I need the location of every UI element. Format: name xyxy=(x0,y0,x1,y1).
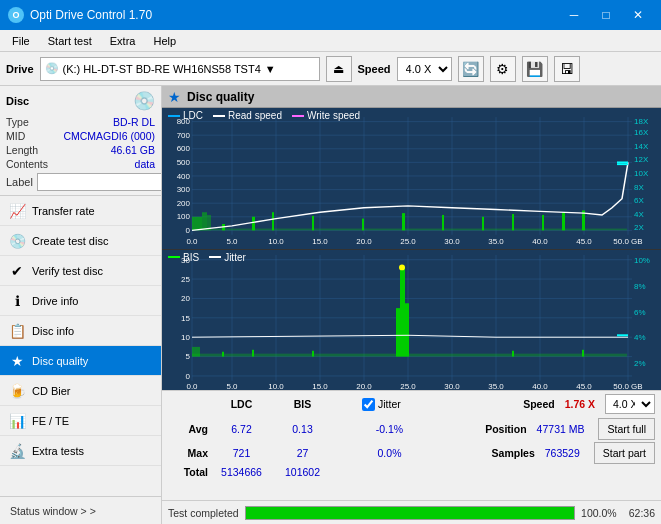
settings-button[interactable]: ⚙ xyxy=(490,56,516,82)
chart1-legend: LDC Read speed Write speed xyxy=(168,110,360,121)
svg-text:5.0: 5.0 xyxy=(226,381,238,390)
status-window-button[interactable]: Status window > > xyxy=(6,503,100,519)
svg-text:0.0: 0.0 xyxy=(186,381,198,390)
svg-text:8%: 8% xyxy=(634,281,646,290)
fe-te-icon: 📊 xyxy=(8,413,26,429)
svg-rect-115 xyxy=(252,349,254,356)
sidebar-nav: 📈 Transfer rate 💿 Create test disc ✔ Ver… xyxy=(0,196,161,496)
svg-text:50.0 GB: 50.0 GB xyxy=(613,381,642,390)
status-bar: Status window > > xyxy=(0,496,161,524)
legend-bis-label: BIS xyxy=(183,252,199,263)
progress-bar-fill xyxy=(246,507,574,519)
contents-label: Contents xyxy=(6,158,48,170)
drive-select[interactable]: 💿 (K:) HL-DT-ST BD-RE WH16NS58 TST4 ▼ xyxy=(40,57,320,81)
length-label: Length xyxy=(6,144,38,156)
menu-extra[interactable]: Extra xyxy=(102,33,144,49)
position-value: 47731 MB xyxy=(537,423,585,435)
chevron-down-icon: ▼ xyxy=(265,63,276,75)
svg-rect-114 xyxy=(222,351,224,356)
start-full-button[interactable]: Start full xyxy=(598,418,655,440)
svg-rect-64 xyxy=(202,212,207,230)
sidebar-item-cd-bier[interactable]: 🍺 CD Bier xyxy=(0,376,161,406)
status-window-label: Status window > > xyxy=(10,505,96,517)
svg-text:15.0: 15.0 xyxy=(312,381,328,390)
legend-write-speed-label: Write speed xyxy=(307,110,360,121)
start-part-button[interactable]: Start part xyxy=(594,442,655,464)
svg-text:20: 20 xyxy=(181,294,191,303)
disc-quality-header-icon: ★ xyxy=(168,89,181,105)
sidebar-item-extra-tests[interactable]: 🔬 Extra tests xyxy=(0,436,161,466)
jitter-checkbox-row: Jitter xyxy=(362,398,401,411)
svg-rect-113 xyxy=(396,308,400,356)
elapsed-time: 62:36 xyxy=(629,507,655,519)
save-button[interactable]: 🖫 xyxy=(554,56,580,82)
svg-text:6X: 6X xyxy=(634,197,644,206)
menubar: File Start test Extra Help xyxy=(0,30,661,52)
app-icon: O xyxy=(8,7,24,23)
refresh-button[interactable]: 🔄 xyxy=(458,56,484,82)
chart2: BIS Jitter xyxy=(162,250,661,391)
svg-text:4X: 4X xyxy=(634,210,644,219)
sidebar-item-create-test-disc[interactable]: 💿 Create test disc xyxy=(0,226,161,256)
svg-rect-112 xyxy=(405,303,409,356)
menu-file[interactable]: File xyxy=(4,33,38,49)
drive-icon: 💿 xyxy=(45,62,59,75)
menu-start-test[interactable]: Start test xyxy=(40,33,100,49)
stats-panel: LDC BIS Jitter Speed 1.76 X 4.0 X Avg 6.… xyxy=(162,390,661,500)
svg-text:6%: 6% xyxy=(634,308,646,317)
svg-rect-53 xyxy=(272,212,274,230)
status-text: Test completed xyxy=(168,507,239,519)
sidebar-item-disc-info[interactable]: 📋 Disc info xyxy=(0,316,161,346)
svg-rect-118 xyxy=(582,349,584,356)
svg-text:8X: 8X xyxy=(634,183,644,192)
sidebar-item-fe-te[interactable]: 📊 FE / TE xyxy=(0,406,161,436)
window-controls: ─ □ ✕ xyxy=(559,0,653,30)
disc-info-icon: 📋 xyxy=(8,323,26,339)
maximize-button[interactable]: □ xyxy=(591,0,621,30)
jitter-checkbox-label: Jitter xyxy=(378,398,401,410)
svg-text:12X: 12X xyxy=(634,156,648,165)
minimize-button[interactable]: ─ xyxy=(559,0,589,30)
legend-ldc-label: LDC xyxy=(183,110,203,121)
type-value: BD-R DL xyxy=(113,116,155,128)
eject-button[interactable]: ⏏ xyxy=(326,56,352,82)
svg-text:700: 700 xyxy=(177,131,190,140)
transfer-rate-icon: 📈 xyxy=(8,203,26,219)
speed-select-stats[interactable]: 4.0 X xyxy=(605,394,655,414)
avg-ldc: 6.72 xyxy=(214,423,269,435)
menu-help[interactable]: Help xyxy=(145,33,184,49)
samples-value: 763529 xyxy=(545,447,580,459)
legend-bis: BIS xyxy=(168,252,199,263)
close-button[interactable]: ✕ xyxy=(623,0,653,30)
app-title: Opti Drive Control 1.70 xyxy=(30,8,152,22)
legend-jitter-label: Jitter xyxy=(224,252,246,263)
svg-rect-54 xyxy=(312,216,314,231)
chart1: LDC Read speed Write speed xyxy=(162,108,661,250)
svg-rect-60 xyxy=(542,215,544,230)
sidebar-item-disc-quality[interactable]: ★ Disc quality xyxy=(0,346,161,376)
svg-text:0.0: 0.0 xyxy=(186,237,197,246)
jitter-checkbox[interactable] xyxy=(362,398,375,411)
sidebar-item-drive-info[interactable]: ℹ Drive info xyxy=(0,286,161,316)
drive-info-icon: ℹ xyxy=(8,293,26,309)
write-speed-color xyxy=(292,115,304,117)
disc-panel: Disc 💿 Type BD-R DL MID CMCMAGDI6 (000) … xyxy=(0,86,161,196)
svg-text:15.0: 15.0 xyxy=(312,237,328,246)
max-ldc: 721 xyxy=(214,447,269,459)
svg-text:30.0: 30.0 xyxy=(444,381,460,390)
sidebar-item-verify-test-disc[interactable]: ✔ Verify test disc xyxy=(0,256,161,286)
sidebar: Disc 💿 Type BD-R DL MID CMCMAGDI6 (000) … xyxy=(0,86,162,524)
disc-write-button[interactable]: 💾 xyxy=(522,56,548,82)
svg-text:45.0: 45.0 xyxy=(576,237,592,246)
svg-text:25: 25 xyxy=(181,275,191,284)
label-input[interactable] xyxy=(37,173,162,191)
svg-text:35.0: 35.0 xyxy=(488,237,504,246)
create-test-disc-icon: 💿 xyxy=(8,233,26,249)
svg-rect-110 xyxy=(192,353,627,356)
speed-select[interactable]: 4.0 X xyxy=(397,57,452,81)
sidebar-item-transfer-rate[interactable]: 📈 Transfer rate xyxy=(0,196,161,226)
svg-text:45.0: 45.0 xyxy=(576,381,592,390)
progress-bar xyxy=(245,506,575,520)
speed-label: Speed xyxy=(358,63,391,75)
verify-test-disc-icon: ✔ xyxy=(8,263,26,279)
